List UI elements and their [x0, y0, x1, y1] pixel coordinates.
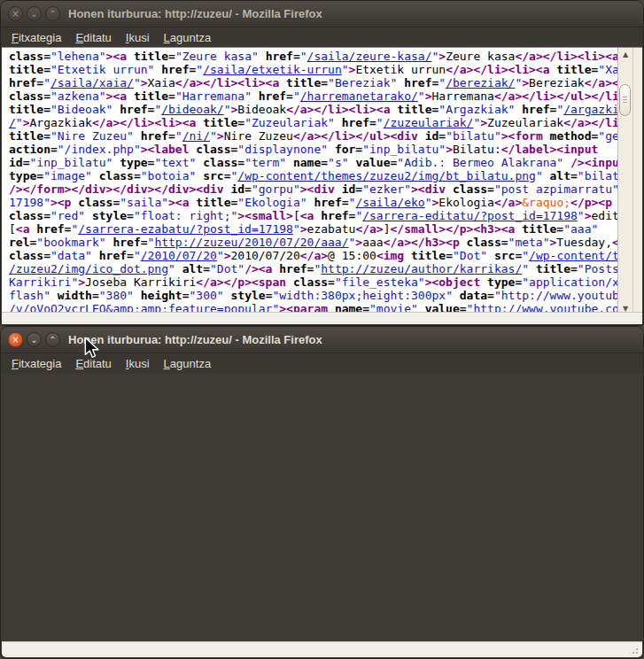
code-segment: "Argazkiak" — [438, 103, 522, 116]
code-segment: ><div — [300, 182, 342, 196]
code-segment: > — [438, 50, 446, 63]
minimize-button[interactable]: ⌄ — [27, 332, 42, 347]
code-segment: title= — [9, 129, 50, 143]
code-segment: href= — [404, 76, 438, 89]
source-link[interactable]: /saila/zeure-kasa/ — [307, 50, 432, 63]
code-segment: " — [217, 249, 224, 262]
code-segment: </a></li><li><a — [92, 116, 203, 129]
code-line: type="image" class="botoia" src="/wp-con… — [9, 169, 617, 182]
source-link[interactable]: /saila/xaia/ — [50, 76, 134, 89]
code-segment: href= — [342, 116, 376, 129]
code-segment: class= — [9, 249, 50, 262]
code-segment: " — [43, 76, 50, 89]
scroll-up-button[interactable]: ▲ — [618, 48, 632, 61]
vertical-scrollbar[interactable]: ▲ ▼ — [618, 48, 633, 315]
source-link[interactable]: /2010/07/20 — [141, 249, 217, 262]
code-segment: "Nire Zuzeu" — [50, 129, 141, 143]
code-line: class="red" style="float: right;"><small… — [9, 209, 617, 222]
source-link[interactable]: /bereziak/ — [446, 76, 515, 89]
menu-ikusi[interactable]: Ikusi — [119, 355, 157, 372]
scroll-up-icon: ▲ — [623, 50, 628, 58]
source-link[interactable]: /ni/ — [182, 129, 210, 143]
code-segment: 2010/07/20 — [230, 249, 299, 262]
code-segment: "azkena" — [50, 89, 106, 103]
code-segment: [ — [9, 222, 16, 236]
resize-grip-icon[interactable] — [628, 644, 640, 655]
menu-editatu[interactable]: Editatu — [68, 29, 118, 46]
code-segment: </a> — [355, 222, 383, 236]
code-segment: class= — [453, 182, 494, 196]
titlebar[interactable]: × ⌄ ⌃ Honen iturburua: http://zuzeu/ - M… — [1, 1, 643, 27]
code-segment: class= — [9, 209, 50, 222]
menu-fitxategia[interactable]: Fitxategia — [4, 29, 68, 46]
code-segment: title= — [9, 103, 50, 116]
code-segment: flash" — [9, 289, 58, 302]
close-button[interactable]: × — [8, 6, 23, 21]
code-segment: </a></li><li><a — [286, 103, 397, 116]
code-segment: > — [446, 143, 453, 156]
source-link[interactable]: /saila/etxetik-urrun — [203, 63, 342, 76]
close-button[interactable]: × — [8, 332, 23, 347]
code-segment: "float: right;" — [134, 209, 237, 222]
source-link[interactable]: /saila/eko — [355, 196, 424, 209]
source-link[interactable]: /harremanetarako/ — [300, 89, 418, 103]
maximize-button[interactable]: ⌃ — [45, 6, 60, 21]
source-link[interactable]: /zuzeulariak/ — [384, 116, 474, 129]
code-segment: "red" — [50, 209, 92, 222]
code-segment: style= — [92, 209, 134, 222]
code-segment: ><div — [411, 182, 453, 196]
code-segment: data= — [460, 289, 494, 302]
source-link[interactable]: /sarrera-editatu/?post_id=17198 — [362, 209, 578, 222]
code-line: action="/index.php"><label class="displa… — [9, 143, 617, 156]
code-segment: "image" — [43, 169, 99, 182]
source-link[interactable]: /sarrera-ezabatu/?post_id=17198 — [78, 222, 293, 236]
code-segment: href= — [279, 262, 314, 275]
source-link[interactable]: /zuzeu2/img/ico_dot.png — [9, 262, 168, 275]
source-link[interactable]: /bideoak/ — [161, 103, 223, 116]
code-segment: "gorpu" — [252, 182, 300, 196]
code-segment: Xaia — [148, 76, 175, 89]
code-segment: " — [536, 169, 550, 182]
menu-ikusi[interactable]: Ikusi — [119, 29, 157, 46]
code-segment: title= — [286, 76, 328, 89]
code-segment: href= — [522, 103, 556, 116]
code-segment: @ 15:00 — [328, 249, 376, 262]
code-segment: "Zeure kasa" — [175, 50, 266, 63]
minimize-icon: ⌄ — [30, 10, 37, 19]
code-segment: " — [522, 249, 529, 262]
code-segment: "file_esteka" — [335, 275, 425, 289]
code-line: flash" width="380" height="300" style="w… — [9, 289, 617, 302]
source-link[interactable]: /wp-content/themes/zuzeu2/img/bt_bilatu.… — [237, 169, 536, 182]
status-bar — [2, 312, 642, 324]
code-segment: > — [480, 116, 487, 129]
code-segment: title= — [397, 103, 438, 116]
code-segment: </a></li></ul><div — [293, 129, 425, 143]
code-segment: &raquo; — [522, 196, 570, 209]
code-segment: " — [578, 209, 585, 222]
view-source-window-bottom: × ⌄ ⌃ Honen iturburua: http://zuzeu/ - M… — [0, 326, 644, 659]
code-segment: "Dot" — [453, 249, 494, 262]
menu-fitxategia[interactable]: Fitxategia — [4, 355, 68, 372]
code-segment: </a></p><span — [196, 275, 293, 289]
code-segment: rel= — [9, 236, 36, 249]
code-segment: " — [168, 262, 182, 275]
minimize-button[interactable]: ⌄ — [27, 6, 42, 21]
code-segment: </p><p — [570, 196, 612, 209]
source-link[interactable]: http://zuzeu/2010/07/20/aaa/ — [154, 236, 348, 249]
maximize-button[interactable]: ⌃ — [45, 332, 60, 347]
code-segment: Bilatu: — [453, 143, 501, 156]
source-view[interactable]: class="lehena"><a title="Zeure kasa" hre… — [2, 47, 642, 315]
scrollbar-thumb[interactable] — [619, 84, 631, 116]
status-bar — [2, 641, 642, 657]
code-segment: "displaynone" — [237, 143, 335, 156]
source-link[interactable]: http://zuzeu/author/karrikas/ — [321, 262, 522, 275]
code-segment: ><a — [106, 50, 134, 63]
menu-laguntza[interactable]: Laguntza — [157, 29, 219, 46]
code-segment: ><form — [501, 129, 550, 143]
code-segment: "lehena" — [50, 50, 106, 63]
code-segment: </small></p><h3><a — [391, 222, 523, 236]
source-link[interactable]: / — [9, 116, 16, 129]
code-segment: title= — [134, 89, 175, 103]
menu-laguntza[interactable]: Laguntza — [157, 355, 219, 372]
maximize-icon: ⌃ — [49, 336, 56, 345]
